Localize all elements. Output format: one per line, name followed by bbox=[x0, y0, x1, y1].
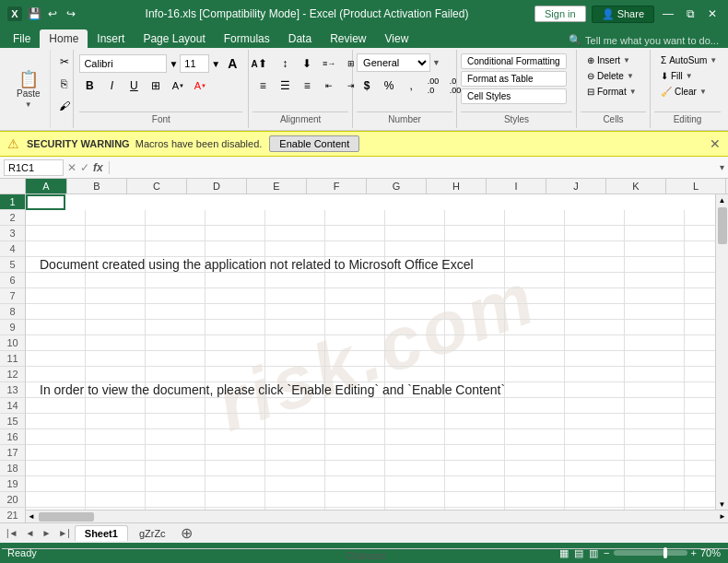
paste-dropdown-arrow[interactable]: ▼ bbox=[25, 100, 32, 109]
comma-button[interactable]: , bbox=[401, 76, 421, 96]
align-bottom-button[interactable]: ⬇ bbox=[297, 53, 317, 74]
format-arrow[interactable]: ▼ bbox=[629, 88, 637, 96]
prev-sheet-button[interactable]: ◄ bbox=[23, 527, 38, 539]
row-3-header[interactable]: 3 bbox=[0, 226, 25, 241]
align-right-button[interactable]: ≡ bbox=[297, 76, 317, 96]
tab-formulas[interactable]: Formulas bbox=[215, 29, 279, 48]
restore-button[interactable]: ⧉ bbox=[682, 6, 699, 22]
row-14-header[interactable]: 14 bbox=[0, 398, 25, 414]
format-painter-button[interactable]: 🖌 bbox=[54, 96, 75, 116]
align-center-button[interactable]: ☰ bbox=[275, 76, 295, 96]
decrease-indent-button[interactable]: ⇤ bbox=[319, 76, 339, 96]
row-21-header[interactable]: 21 bbox=[0, 508, 25, 522]
row-8-header[interactable]: 8 bbox=[0, 304, 25, 320]
autosum-button[interactable]: Σ AutoSum ▼ bbox=[654, 53, 723, 67]
scroll-thumb-v[interactable] bbox=[718, 207, 727, 244]
horizontal-scrollbar[interactable]: ◄ ► bbox=[26, 510, 728, 522]
number-format-dropdown[interactable]: General bbox=[357, 53, 430, 72]
copy-button[interactable]: ⎘ bbox=[54, 74, 75, 94]
formula-expand-icon[interactable]: ▾ bbox=[720, 162, 724, 172]
col-header-f[interactable]: F bbox=[307, 179, 367, 194]
tab-home[interactable]: Home bbox=[40, 29, 88, 48]
formula-cancel-icon[interactable]: ✕ bbox=[67, 161, 76, 174]
row-4-header[interactable]: 4 bbox=[0, 241, 25, 257]
row-9-header[interactable]: 9 bbox=[0, 320, 25, 335]
share-button[interactable]: 👤 Share bbox=[592, 6, 654, 23]
tab-view[interactable]: View bbox=[376, 29, 418, 48]
row-19-header[interactable]: 19 bbox=[0, 476, 25, 492]
minimize-button[interactable]: — bbox=[660, 6, 676, 22]
insert-arrow[interactable]: ▼ bbox=[623, 56, 630, 65]
undo-button[interactable]: ↩ bbox=[44, 6, 61, 22]
delete-cells-button[interactable]: ⊖ Delete ▼ bbox=[581, 69, 643, 83]
zoom-slider[interactable] bbox=[614, 550, 687, 556]
currency-button[interactable]: $ bbox=[357, 76, 377, 96]
scroll-left-button[interactable]: ◄ bbox=[26, 512, 37, 521]
tab-insert[interactable]: Insert bbox=[88, 29, 134, 48]
paste-button[interactable]: 📋 Paste bbox=[13, 69, 44, 100]
sign-in-button[interactable]: Sign in bbox=[534, 6, 586, 22]
clear-button[interactable]: 🧹 Clear ▼ bbox=[654, 85, 723, 99]
fill-button[interactable]: ⬇ Fill ▼ bbox=[654, 69, 723, 83]
row-12-header[interactable]: 12 bbox=[0, 367, 25, 382]
tell-me-input[interactable]: Tell me what you want to do... bbox=[585, 35, 719, 46]
col-header-k[interactable]: K bbox=[606, 179, 666, 194]
row-7-header[interactable]: 7 bbox=[0, 288, 25, 304]
selected-cell-a1[interactable] bbox=[26, 194, 65, 210]
decrease-decimal-button[interactable]: .00.0 bbox=[423, 76, 443, 96]
font-grow-button[interactable]: A bbox=[222, 53, 242, 74]
format-cells-button[interactable]: ⊟ Format ▼ bbox=[581, 85, 643, 99]
fill-color-button[interactable]: A▼ bbox=[168, 76, 188, 96]
row-15-header[interactable]: 15 bbox=[0, 414, 25, 429]
row-1-header[interactable]: 1 bbox=[0, 194, 25, 210]
wrap-text-button[interactable]: ≡→ bbox=[319, 53, 339, 74]
format-as-table-button[interactable]: Format as Table bbox=[461, 71, 567, 87]
col-header-j[interactable]: J bbox=[546, 179, 606, 194]
tab-review[interactable]: Review bbox=[321, 29, 375, 48]
align-middle-button[interactable]: ↕ bbox=[275, 53, 295, 74]
conditional-formatting-button[interactable]: Conditional Formatting bbox=[461, 53, 567, 69]
grid-area[interactable]: risk.com Document created using the appl… bbox=[26, 194, 728, 510]
security-close-button[interactable]: ✕ bbox=[710, 136, 721, 151]
tab-data[interactable]: Data bbox=[279, 29, 321, 48]
scroll-up-button[interactable]: ▲ bbox=[716, 194, 728, 205]
enable-content-button[interactable]: Enable Content bbox=[269, 135, 359, 152]
row-18-header[interactable]: 18 bbox=[0, 461, 25, 476]
col-header-g[interactable]: G bbox=[367, 179, 427, 194]
grid-cells[interactable]: Document created using the application n… bbox=[26, 194, 715, 510]
percent-button[interactable]: % bbox=[379, 76, 399, 96]
last-sheet-button[interactable]: ►| bbox=[55, 527, 73, 539]
first-sheet-button[interactable]: |◄ bbox=[4, 527, 21, 539]
italic-button[interactable]: I bbox=[101, 76, 122, 96]
tab-page-layout[interactable]: Page Layout bbox=[134, 29, 214, 48]
col-header-b[interactable]: B bbox=[67, 179, 127, 194]
redo-button[interactable]: ↪ bbox=[63, 6, 79, 22]
bold-button[interactable]: B bbox=[79, 76, 100, 96]
insert-function-icon[interactable]: fx bbox=[93, 161, 110, 174]
close-button[interactable]: ✕ bbox=[704, 6, 721, 22]
fill-arrow[interactable]: ▼ bbox=[686, 72, 693, 80]
row-6-header[interactable]: 6 bbox=[0, 273, 25, 288]
cell-styles-button[interactable]: Cell Styles bbox=[461, 88, 567, 104]
row-20-header[interactable]: 20 bbox=[0, 492, 25, 508]
font-size-arrow[interactable]: ▼ bbox=[211, 59, 220, 69]
row-5-header[interactable]: 5 bbox=[0, 257, 25, 273]
row-13-header[interactable]: 13 bbox=[0, 382, 25, 398]
cut-button[interactable]: ✂ bbox=[54, 52, 75, 72]
vertical-scrollbar[interactable]: ▲ ▼ bbox=[715, 194, 728, 510]
scroll-right-button[interactable]: ► bbox=[717, 512, 728, 521]
tab-file[interactable]: File bbox=[4, 29, 40, 48]
col-header-l[interactable]: L bbox=[666, 179, 726, 194]
cell-reference-box[interactable]: R1C1 bbox=[4, 159, 64, 176]
col-header-d[interactable]: D bbox=[187, 179, 247, 194]
align-top-button[interactable]: ⬆ bbox=[252, 53, 273, 74]
font-name-dropdown[interactable]: Calibri bbox=[79, 54, 167, 73]
col-header-a[interactable]: A bbox=[26, 179, 67, 194]
formula-input[interactable] bbox=[113, 162, 716, 173]
insert-cells-button[interactable]: ⊕ Insert ▼ bbox=[581, 53, 643, 67]
col-header-e[interactable]: E bbox=[247, 179, 307, 194]
next-sheet-button[interactable]: ► bbox=[39, 527, 53, 539]
underline-button[interactable]: U bbox=[123, 76, 144, 96]
font-color-button[interactable]: A▼ bbox=[190, 76, 210, 96]
delete-arrow[interactable]: ▼ bbox=[627, 72, 634, 80]
